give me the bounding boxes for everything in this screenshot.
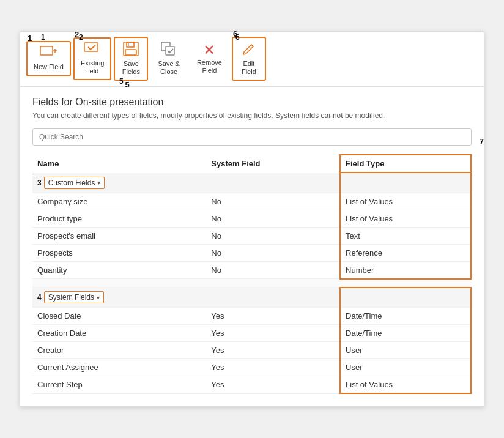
- cell-system: Yes: [206, 342, 340, 359]
- table-row: ProspectsNoReference: [32, 244, 471, 261]
- group-label-system[interactable]: 4System Fields ▾: [32, 288, 206, 308]
- search-annotation: 7: [480, 137, 484, 146]
- new-field-icon: [40, 46, 57, 62]
- cell-type: List of Values: [340, 376, 471, 394]
- edit-field-label: EditField: [242, 60, 256, 76]
- cell-type: User: [340, 359, 471, 376]
- toolbar: 1 New Field 2: [20, 32, 484, 87]
- edit-field-button[interactable]: 6 EditField: [232, 37, 266, 81]
- cell-name: Prospects: [32, 244, 206, 261]
- remove-field-button[interactable]: ✕ RemoveField: [190, 38, 229, 80]
- edit-field-icon: [241, 42, 257, 59]
- remove-field-icon: ✕: [203, 43, 215, 58]
- col-field-type: Field Type: [340, 155, 471, 173]
- annotation-6: 6: [233, 29, 237, 39]
- cell-name: Product type: [32, 210, 206, 227]
- existing-field-icon: [84, 42, 101, 58]
- page-subtitle: You can create different types of fields…: [32, 111, 472, 120]
- save-close-button[interactable]: Save &Close: [150, 37, 187, 81]
- cell-type: Date/Time: [340, 325, 471, 342]
- save-close-label: Save &Close: [158, 60, 179, 76]
- svg-rect-3: [84, 43, 98, 51]
- search-input[interactable]: [32, 128, 472, 146]
- cell-name: Current Step: [32, 376, 206, 394]
- cell-system: Yes: [206, 359, 340, 376]
- cell-name: Company size: [32, 193, 206, 210]
- fields-table: Name System Field Field Type 3Custom Fie…: [32, 154, 472, 394]
- svg-rect-0: [40, 46, 53, 55]
- annotation-5: 5: [125, 80, 129, 89]
- table-row: Current StepYesList of Values: [32, 376, 471, 394]
- new-field-button[interactable]: 1 New Field: [26, 41, 71, 76]
- cell-name: Quantity: [32, 261, 206, 279]
- save-fields-button[interactable]: 5 SaveFields: [114, 37, 148, 81]
- group-system-system: [206, 288, 340, 308]
- cell-type: Reference: [340, 244, 471, 261]
- cell-type: Date/Time: [340, 308, 471, 325]
- table-row: CreatorYesUser: [32, 342, 471, 359]
- svg-line-10: [251, 45, 253, 46]
- annotation-1: 1: [28, 34, 32, 43]
- table-row: Product typeNoList of Values: [32, 210, 471, 227]
- group-type-custom: [340, 173, 471, 193]
- page-title: Fields for On-site presentation: [32, 97, 472, 108]
- cell-system: Yes: [206, 325, 340, 342]
- cell-name: Current Assignee: [32, 359, 206, 376]
- table-header-row: Name System Field Field Type: [32, 155, 471, 173]
- existing-field-label: Existingfield: [81, 59, 105, 75]
- table-row: Closed DateYesDate/Time: [32, 308, 471, 325]
- toolbar-wrapper: 1 New Field 2: [20, 32, 484, 87]
- save-fields-icon: [123, 42, 139, 59]
- cell-name: Creation Date: [32, 325, 206, 342]
- group-row-system: 4System Fields ▾: [32, 288, 471, 308]
- cell-name: Closed Date: [32, 308, 206, 325]
- cell-type: Number: [340, 261, 471, 279]
- group-system-custom: [206, 173, 340, 193]
- svg-rect-9: [166, 46, 174, 55]
- cell-system: Yes: [206, 376, 340, 394]
- table-row: Prospect's emailNoText: [32, 227, 471, 244]
- group-row-custom: 3Custom Fields ▾: [32, 173, 471, 193]
- cell-name: Creator: [32, 342, 206, 359]
- cell-type: List of Values: [340, 210, 471, 227]
- content-area: Fields for On-site presentation You can …: [20, 87, 484, 406]
- new-field-label: New Field: [34, 63, 64, 71]
- remove-field-label: RemoveField: [197, 59, 222, 75]
- svg-rect-6: [125, 50, 136, 55]
- col-name: Name: [32, 155, 206, 173]
- group-label-custom[interactable]: 3Custom Fields ▾: [32, 173, 206, 193]
- svg-rect-5: [127, 42, 134, 47]
- cell-type: Text: [340, 227, 471, 244]
- table-row: QuantityNoNumber: [32, 261, 471, 279]
- cell-type: List of Values: [340, 193, 471, 210]
- cell-system: No: [206, 210, 340, 227]
- cell-system: No: [206, 227, 340, 244]
- cell-system: Yes: [206, 308, 340, 325]
- existing-field-button[interactable]: 2 Existingfield: [73, 37, 112, 80]
- table-row: Creation DateYesDate/Time: [32, 325, 471, 342]
- cell-name: Prospect's email: [32, 227, 206, 244]
- cell-system: No: [206, 193, 340, 210]
- col-system-field: System Field: [206, 155, 340, 173]
- save-fields-label: SaveFields: [122, 60, 140, 76]
- annotation-2: 2: [75, 30, 79, 39]
- search-wrapper: 7: [32, 128, 472, 154]
- main-container: 1 New Field 2: [20, 31, 484, 407]
- group-spacer: [32, 279, 471, 288]
- cell-type: User: [340, 342, 471, 359]
- group-type-system: [340, 288, 471, 308]
- table-row: Company sizeNoList of Values: [32, 193, 471, 210]
- table-body: 3Custom Fields ▾Company sizeNoList of Va…: [32, 173, 471, 393]
- cell-system: No: [206, 261, 340, 279]
- cell-system: No: [206, 244, 340, 261]
- table-row: Current AssigneeYesUser: [32, 359, 471, 376]
- save-close-icon: [161, 42, 177, 59]
